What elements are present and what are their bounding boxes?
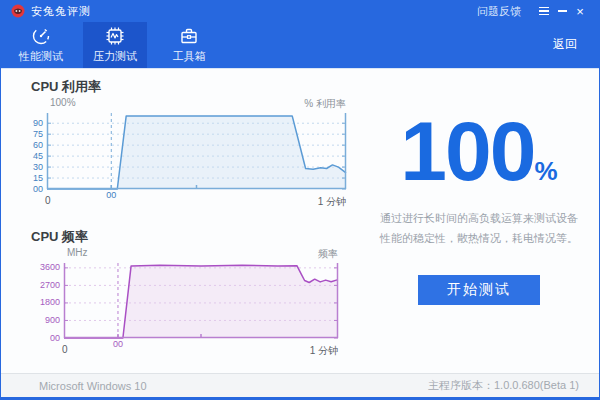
cpu-utilization-ytick: 30 (5, 162, 43, 172)
cpu-frequency-marker-label: 00 (110, 339, 126, 349)
cpu-utilization-title: CPU 利用率 (31, 78, 101, 96)
back-button[interactable]: 返回 (553, 36, 577, 53)
hamburger-icon (539, 7, 549, 16)
cpu-utilization-chart: 100%% 利用率0015304560759001 分钟00 (47, 113, 346, 189)
cpu-utilization-x-end-label: 1 分钟 (318, 195, 346, 209)
result-value-wrap: 100% (373, 109, 585, 193)
tab-performance-test[interactable]: 性能测试 (9, 22, 73, 68)
os-label: Microsoft Windows 10 (39, 380, 147, 392)
close-button[interactable]: × (571, 3, 589, 19)
tab-label: 性能测试 (19, 49, 63, 64)
minimize-icon (558, 10, 567, 12)
toolbox-icon (179, 26, 199, 46)
status-bar: Microsoft Windows 10 主程序版本：1.0.0.680(Bet… (1, 373, 599, 397)
result-value: 100 (400, 104, 534, 198)
test-description: 通过进行长时间的高负载运算来测试设备 性能的稳定性，散热情况，耗电情况等。 (373, 209, 585, 249)
cpu-utilization-ytick: 90 (5, 118, 43, 128)
tab-stress-test[interactable]: 压力测试 (83, 22, 147, 68)
tab-toolbox[interactable]: 工具箱 (157, 22, 221, 68)
result-unit: % (535, 156, 558, 186)
main-content: CPU 利用率 100%% 利用率0015304560759001 分钟00 C… (1, 68, 599, 373)
cpu-frequency-plot (64, 263, 338, 338)
cpu-frequency-ytick: 1800 (22, 297, 60, 307)
chip-icon (105, 26, 125, 46)
cpu-utilization-plot (47, 113, 346, 189)
cpu-utilization-unit-label: 100% (50, 97, 76, 108)
cpu-utilization-ytick: 45 (5, 151, 43, 161)
app-logo-icon (11, 4, 25, 18)
cpu-frequency-chart: MHz频率0090018002700360001 分钟00 (64, 263, 338, 338)
app-title: 安兔兔评测 (31, 4, 91, 19)
cpu-utilization-axis-label: % 利用率 (304, 97, 346, 111)
app-window: 安兔兔评测 问题反馈 × 性能测试 (0, 0, 600, 400)
tab-label: 工具箱 (173, 49, 206, 64)
cpu-frequency-x-end-label: 1 分钟 (310, 344, 338, 358)
cpu-frequency-axis-label: 频率 (318, 247, 338, 261)
cpu-utilization-ytick: 75 (5, 129, 43, 139)
menu-button[interactable] (535, 3, 553, 19)
cpu-frequency-x-start-label: 0 (62, 344, 68, 355)
cpu-utilization-marker-label: 00 (103, 190, 119, 200)
tab-label: 压力测试 (93, 49, 137, 64)
title-bar: 安兔兔评测 问题反馈 × (1, 0, 599, 22)
feedback-link[interactable]: 问题反馈 (477, 4, 521, 19)
result-panel: 100% 通过进行长时间的高负载运算来测试设备 性能的稳定性，散热情况，耗电情况… (373, 109, 585, 305)
minimize-button[interactable] (553, 3, 571, 19)
cpu-frequency-ytick: 3600 (22, 262, 60, 272)
cpu-frequency-title: CPU 频率 (31, 228, 88, 246)
cpu-frequency-ytick: 2700 (22, 280, 60, 290)
gauge-icon (31, 26, 51, 46)
description-line-2: 性能的稳定性，散热情况，耗电情况等。 (373, 229, 585, 249)
cpu-frequency-ytick: 900 (22, 315, 60, 325)
cpu-utilization-ytick: 60 (5, 140, 43, 150)
cpu-utilization-x-start-label: 0 (45, 195, 51, 206)
cpu-frequency-ytick: 00 (22, 333, 60, 343)
cpu-frequency-unit-label: MHz (67, 247, 88, 258)
tabs: 性能测试 压力测试 (9, 22, 221, 68)
cpu-utilization-ytick: 00 (5, 184, 43, 194)
start-test-button[interactable]: 开始测试 (418, 275, 540, 305)
description-line-1: 通过进行长时间的高负载运算来测试设备 (373, 209, 585, 229)
tab-bar: 性能测试 压力测试 (1, 22, 599, 68)
cpu-utilization-ytick: 15 (5, 173, 43, 183)
version-label: 主程序版本：1.0.0.680(Beta 1) (428, 378, 579, 393)
